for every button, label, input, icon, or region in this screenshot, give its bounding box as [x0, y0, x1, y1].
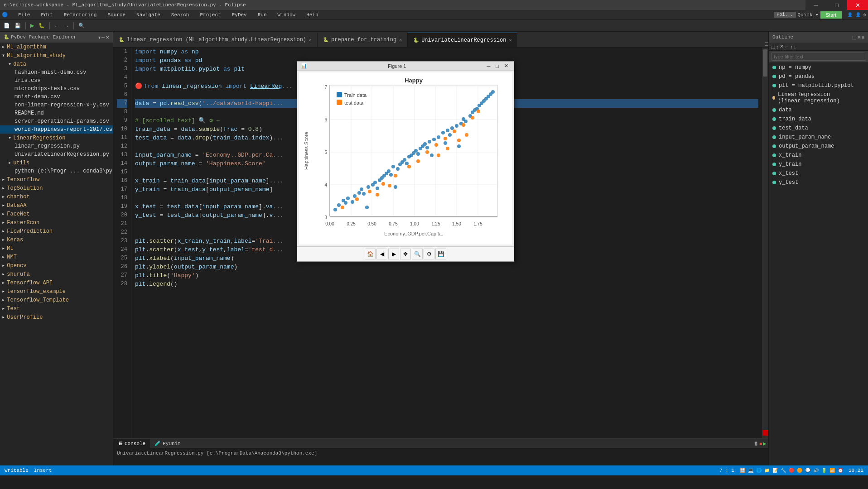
menu-window[interactable]: Window: [275, 11, 299, 19]
tree-item-opencv[interactable]: ▸ Opencv: [0, 261, 113, 270]
chart-back[interactable]: ◀: [376, 249, 387, 259]
tree-item-keras[interactable]: ▸ Keras: [0, 235, 113, 244]
outline-item-plt[interactable]: plt = matplotlib.pyplot: [769, 81, 868, 90]
maximize-btn[interactable]: □: [826, 0, 847, 10]
outline-btn2[interactable]: ✕: [857, 35, 861, 40]
outline-item-xtest[interactable]: x_test: [769, 169, 868, 178]
quick-access[interactable]: Quick ▾: [798, 12, 819, 18]
tree-item-dataaa[interactable]: ▸ DataAA: [0, 201, 113, 210]
outline-item-data[interactable]: data: [769, 105, 868, 115]
tree-item-nmt[interactable]: ▸ NMT: [0, 253, 113, 261]
tree-item-topsolution[interactable]: ▸ TopSolution: [0, 184, 113, 192]
toolbar-search[interactable]: 🔍: [77, 22, 87, 29]
console-clear[interactable]: 🗑: [754, 441, 758, 446]
figure-maximize[interactable]: □: [494, 63, 501, 69]
outline-item-test-data[interactable]: test_data: [769, 124, 868, 133]
console-terminate[interactable]: ■: [759, 441, 762, 446]
outline-action-5[interactable]: ↑: [791, 43, 793, 49]
pyunit-tab[interactable]: 🧪 PyUnit: [150, 439, 185, 449]
sidebar-collapse[interactable]: ▾: [98, 35, 101, 40]
outline-btn1[interactable]: ⬚: [852, 35, 856, 40]
toolbar-new[interactable]: 📄: [2, 22, 12, 29]
tree-item-ml-algorithm[interactable]: ▸ ML_algorithm: [0, 43, 113, 51]
outline-item-input-param[interactable]: input_param_name: [769, 133, 868, 142]
tree-item-nonlinear[interactable]: non-linear-regression-x-y.csv: [0, 101, 113, 109]
menu-navigate[interactable]: Navigate: [134, 11, 163, 19]
close-btn[interactable]: ✕: [847, 0, 868, 10]
outline-item-train-data[interactable]: train_data: [769, 115, 868, 124]
tree-item-mnist[interactable]: mnist-demo.csv: [0, 93, 113, 101]
tree-item-facenet[interactable]: ▸ FaceNet: [0, 210, 113, 218]
tab-linear-regression[interactable]: 🐍 linear_regression (ML_algorithm_study.…: [113, 33, 318, 47]
tree-item-ml-algorithm-study[interactable]: ▾ ML_algorithm_study: [0, 51, 113, 60]
toolbar-run[interactable]: ▶: [29, 22, 36, 29]
tab-close-2[interactable]: ✕: [399, 37, 402, 43]
tab-close-3[interactable]: ✕: [509, 38, 511, 43]
start-button[interactable]: Start: [820, 11, 842, 19]
outline-item-output-param[interactable]: output_param_name: [769, 142, 868, 151]
menu-project[interactable]: Project: [197, 11, 223, 19]
tree-item-linear-py[interactable]: linear_regression.py: [0, 142, 113, 150]
scrollbar[interactable]: [762, 48, 768, 438]
sidebar-minimize[interactable]: ─: [101, 35, 105, 40]
tree-item-fashion[interactable]: fashion-mnist-demo.csv: [0, 68, 113, 77]
menu-pydev[interactable]: PyDev: [229, 11, 250, 19]
tree-item-utils[interactable]: ▸ utils: [0, 158, 113, 167]
menu-refactoring[interactable]: Refactoring: [61, 11, 100, 19]
tree-item-data[interactable]: ▾ data: [0, 60, 113, 68]
chart-zoom[interactable]: 🔍: [412, 249, 423, 259]
outline-action-2[interactable]: ↕: [776, 43, 779, 49]
sidebar-close[interactable]: ✕: [106, 35, 109, 40]
tree-item-tensorflow-api[interactable]: ▸ Tensorflow_API: [0, 278, 113, 287]
tree-item-ml[interactable]: ▸ ML: [0, 244, 113, 253]
tree-item-test[interactable]: ▸ Test: [0, 304, 113, 313]
chart-home[interactable]: 🏠: [365, 249, 376, 259]
tree-item-tensorflow-example[interactable]: ▸ tensorflow_example: [0, 287, 113, 296]
tree-item-server[interactable]: server-operational-params.csv: [0, 117, 113, 125]
tree-item-flowprediction[interactable]: ▸ FlowPrediction: [0, 227, 113, 235]
chart-save[interactable]: 💾: [435, 249, 446, 259]
menu-search[interactable]: Search: [169, 11, 192, 19]
toolbar-forward[interactable]: →: [62, 22, 71, 29]
outline-item-xtrain[interactable]: x_train: [769, 151, 868, 160]
outline-item-pd[interactable]: pd = pandas: [769, 72, 868, 81]
tree-item-shurufa[interactable]: ▸ shurufa: [0, 270, 113, 278]
tree-item-tensorflow[interactable]: ▸ Tensorflow: [0, 175, 113, 184]
menu-run[interactable]: Run: [255, 11, 270, 19]
tree-item-iris[interactable]: iris.csv: [0, 77, 113, 85]
tree-item-readme[interactable]: README.md: [0, 109, 113, 117]
figure-minimize[interactable]: ─: [485, 63, 492, 69]
minimize-btn[interactable]: ─: [805, 0, 826, 10]
outline-filter[interactable]: [769, 51, 868, 63]
tab-close-1[interactable]: ✕: [309, 37, 312, 43]
outline-action-1[interactable]: ⬚: [771, 43, 775, 49]
tree-item-linearregression[interactable]: ▾ LinearRegression: [0, 134, 113, 142]
toolbar-debug[interactable]: 🐛: [37, 22, 47, 29]
outline-item-ytrain[interactable]: y_train: [769, 160, 868, 169]
tree-item-world[interactable]: world-happiness-report-2017.csv: [0, 125, 113, 134]
outline-action-6[interactable]: ↓: [794, 43, 796, 49]
toolbar-save[interactable]: 💾: [13, 22, 23, 29]
outline-filter-input[interactable]: [772, 53, 865, 61]
tree-item-microchips[interactable]: microchips-tests.csv: [0, 85, 113, 93]
tab-prepare[interactable]: 🐍 prepare_for_training ✕: [318, 33, 408, 47]
chart-forward[interactable]: ▶: [388, 249, 399, 259]
chart-configure[interactable]: ⚙: [424, 249, 434, 259]
pointertools-btn[interactable]: Poi...: [774, 12, 796, 18]
figure-close[interactable]: ✕: [502, 63, 510, 69]
console-tab[interactable]: 🖥 Console: [113, 439, 150, 449]
outline-item-np[interactable]: np = numpy: [769, 63, 868, 72]
menu-edit[interactable]: Edit: [38, 11, 55, 19]
console-run[interactable]: ▶: [763, 441, 767, 446]
menu-help[interactable]: Help: [304, 11, 321, 19]
menu-file[interactable]: File: [15, 11, 33, 19]
outline-action-4[interactable]: ←: [785, 43, 790, 49]
tree-item-python[interactable]: python (e:\Progr ... conda3\python.exe): [0, 167, 113, 175]
outline-item-ytest[interactable]: y_test: [769, 178, 868, 187]
tab-univariate[interactable]: 🐍 UnivariateLinearRegression ✕: [408, 33, 517, 47]
tree-item-chatbot[interactable]: ▸ chatbot: [0, 192, 113, 201]
tree-item-tensorflow-template[interactable]: ▸ Tensorflow_Template: [0, 296, 113, 304]
menu-source[interactable]: Source: [105, 11, 128, 19]
tree-item-univariate-py[interactable]: UnivariateLinearRegression.py: [0, 150, 113, 158]
tree-item-fasterrcnn[interactable]: ▸ FasterRcnn: [0, 218, 113, 227]
